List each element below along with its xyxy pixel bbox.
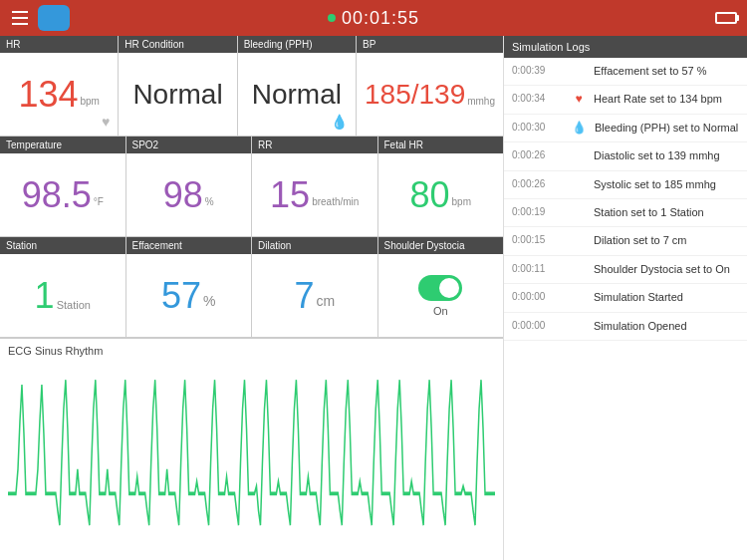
log-text: Station set to 1 Station xyxy=(594,205,704,220)
shoulder-dystocia-value-area: On xyxy=(378,254,504,337)
fetal-hr-label: Fetal HR xyxy=(378,137,504,153)
record-button[interactable] xyxy=(38,5,70,31)
fetal-hr-value-area: 80 bpm xyxy=(378,153,504,236)
log-item: 0:00:15Dilation set to 7 cm xyxy=(504,227,747,255)
ecg-chart xyxy=(8,361,495,554)
top-bar: 00:01:55 xyxy=(0,0,747,36)
hr-condition-label: HR Condition xyxy=(119,36,236,53)
toggle-state-label: On xyxy=(433,305,448,317)
log-item: 0:00:19Station set to 1 Station xyxy=(504,199,747,227)
bp-card: BP 185/139 mmhg xyxy=(357,36,503,136)
bp-unit: mmhg xyxy=(467,96,495,107)
log-item: 0:00:34♥Heart Rate set to 134 bpm xyxy=(504,86,747,114)
logs-list: 0:00:39Effacement set to 57 %0:00:34♥Hea… xyxy=(504,58,747,560)
effacement-unit: % xyxy=(203,293,215,309)
log-text: Shoulder Dystocia set to On xyxy=(594,262,730,277)
effacement-card: Effacement 57 % xyxy=(126,237,253,337)
log-text: Effacement set to 57 % xyxy=(594,64,707,79)
log-time: 0:00:34 xyxy=(512,92,564,104)
bleeding-card: Bleeding (PPH) Normal 💧 xyxy=(238,36,357,136)
log-text: Systolic set to 185 mmhg xyxy=(594,177,716,192)
bp-value-area: 185/139 mmhg xyxy=(357,53,503,136)
heart-log-icon: ♥ xyxy=(572,92,586,106)
log-time: 0:00:26 xyxy=(512,148,564,160)
spo2-label: SPO2 xyxy=(126,137,252,153)
log-time: 0:00:00 xyxy=(512,319,564,331)
log-time: 0:00:26 xyxy=(512,177,564,189)
log-time: 0:00:39 xyxy=(512,64,564,76)
hr-condition-value: Normal xyxy=(132,79,222,111)
drop-icon: 💧 xyxy=(331,114,348,130)
timer-display: 00:01:55 xyxy=(342,8,419,29)
hr-value: 134 xyxy=(18,74,78,116)
battery-icon xyxy=(715,12,737,24)
station-unit: Station xyxy=(57,299,91,311)
bleeding-label: Bleeding (PPH) xyxy=(238,36,356,53)
shoulder-dystocia-card: Shoulder Dystocia On xyxy=(378,237,504,337)
spo2-value-area: 98 % xyxy=(126,153,252,236)
left-panel: HR 134 bpm ♥ HR Condition Normal Bleedin… xyxy=(0,36,503,560)
ecg-section: ECG Sinus Rhythm xyxy=(0,338,503,560)
log-text: Dilation set to 7 cm xyxy=(594,233,687,248)
drop-log-icon: 💧 xyxy=(572,121,587,135)
spo2-card: SPO2 98 % xyxy=(126,137,253,236)
fetal-hr-unit: bpm xyxy=(452,196,471,207)
spo2-value: 98 xyxy=(163,174,203,216)
timer-area: 00:01:55 xyxy=(328,8,419,29)
hr-card: HR 134 bpm ♥ xyxy=(0,36,119,136)
dilation-value-area: 7 cm xyxy=(252,254,377,337)
hr-value-area: 134 bpm ♥ xyxy=(0,53,118,136)
menu-button[interactable] xyxy=(8,6,32,30)
station-label: Station xyxy=(0,237,125,254)
bleeding-value-area: Normal 💧 xyxy=(238,53,356,136)
log-item: 0:00:26Systolic set to 185 mmhg xyxy=(504,171,747,199)
hr-unit: bpm xyxy=(80,96,99,107)
station-value: 1 xyxy=(35,275,55,317)
heart-icon: ♥ xyxy=(102,114,110,130)
log-text: Simulation Opened xyxy=(594,319,687,334)
effacement-value: 57 xyxy=(161,275,201,317)
dilation-card: Dilation 7 cm xyxy=(252,237,378,337)
shoulder-dystocia-toggle[interactable] xyxy=(418,275,462,301)
rr-value-area: 15 breath/min xyxy=(252,153,377,236)
effacement-value-area: 57 % xyxy=(126,254,252,337)
shoulder-dystocia-label: Shoulder Dystocia xyxy=(378,237,504,254)
right-panel: Simulation Logs 0:00:39Effacement set to… xyxy=(503,36,747,560)
hr-condition-card: HR Condition Normal xyxy=(119,36,237,136)
metrics-row-1: HR 134 bpm ♥ HR Condition Normal Bleedin… xyxy=(0,36,503,137)
spo2-unit: % xyxy=(205,196,214,207)
log-text: Bleeding (PPH) set to Normal xyxy=(595,121,738,136)
log-item: 0:00:39Effacement set to 57 % xyxy=(504,58,747,86)
ecg-title: ECG Sinus Rhythm xyxy=(8,345,495,357)
log-text: Heart Rate set to 134 bpm xyxy=(594,92,722,107)
dilation-unit: cm xyxy=(316,293,335,309)
log-text: Diastolic set to 139 mmhg xyxy=(594,148,720,163)
hr-condition-value-area: Normal xyxy=(119,53,236,136)
log-time: 0:00:00 xyxy=(512,290,564,302)
station-value-area: 1 Station xyxy=(0,254,125,337)
log-time: 0:00:30 xyxy=(512,121,564,133)
log-item: 0:00:00Simulation Started xyxy=(504,284,747,312)
log-item: 0:00:30💧Bleeding (PPH) set to Normal xyxy=(504,115,747,142)
toggle-container: On xyxy=(418,275,462,317)
log-time: 0:00:19 xyxy=(512,205,564,217)
log-item: 0:00:00Simulation Opened xyxy=(504,313,747,341)
bp-value: 185/139 xyxy=(365,79,465,111)
logs-header: Simulation Logs xyxy=(504,36,747,58)
main-layout: HR 134 bpm ♥ HR Condition Normal Bleedin… xyxy=(0,36,747,560)
log-text: Simulation Started xyxy=(594,290,683,305)
temperature-unit: °F xyxy=(94,196,104,207)
rr-card: RR 15 breath/min xyxy=(252,137,378,236)
bp-label: BP xyxy=(357,36,503,53)
hr-label: HR xyxy=(0,36,118,53)
effacement-label: Effacement xyxy=(126,237,252,254)
rr-label: RR xyxy=(252,137,377,153)
dilation-label: Dilation xyxy=(252,237,377,254)
log-item: 0:00:26Diastolic set to 139 mmhg xyxy=(504,142,747,170)
log-time: 0:00:15 xyxy=(512,233,564,245)
station-card: Station 1 Station xyxy=(0,237,126,337)
rr-value: 15 xyxy=(270,174,310,216)
fetal-hr-card: Fetal HR 80 bpm xyxy=(378,137,504,236)
log-item: 0:00:11Shoulder Dystocia set to On xyxy=(504,256,747,284)
metrics-row-2: Temperature 98.5 °F SPO2 98 % RR 15 b xyxy=(0,137,503,237)
